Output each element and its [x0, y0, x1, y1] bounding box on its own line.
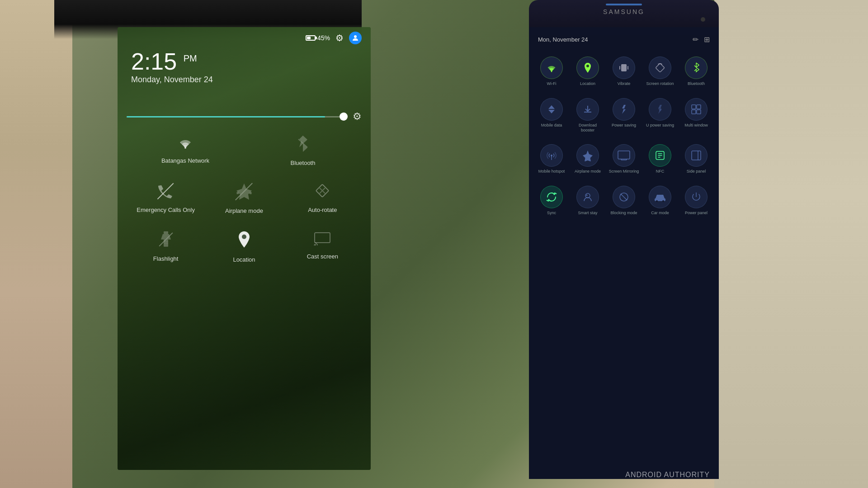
samsung-powersave-icon: [613, 98, 635, 121]
samsung-airplane-label: Airplane mode: [575, 169, 601, 174]
samsung-rotation-icon: [649, 56, 671, 79]
svg-rect-21: [692, 110, 696, 114]
brightness-row: ⚙: [127, 111, 362, 122]
samsung-location-tile[interactable]: Location: [571, 54, 604, 89]
samsung-bt-tile[interactable]: Bluetooth: [680, 54, 712, 89]
time-display: 2:15 PM Monday, November 24: [131, 50, 213, 84]
samsung-mirror-label: Screen Mirroring: [609, 169, 639, 174]
right-phone: SAMSUNG Mon, November 24 ✏ ⊞: [529, 0, 737, 488]
samsung-mobiledata-tile[interactable]: Mobile data: [535, 95, 568, 136]
samsung-power-tile[interactable]: Power panel: [680, 183, 712, 218]
svg-rect-4: [164, 231, 168, 234]
svg-point-29: [586, 195, 588, 196]
svg-rect-16: [627, 66, 628, 70]
samsung-top-bar: [606, 4, 642, 5]
samsung-hotspot-tile[interactable]: Mobile hotspot: [535, 141, 568, 177]
airplane-toggle[interactable]: Airplane mode: [208, 179, 280, 218]
account-icon[interactable]: [349, 32, 362, 44]
flashlight-toggle[interactable]: Flashlight: [130, 227, 202, 267]
samsung-hotspot-label: Mobile hotspot: [538, 169, 565, 174]
samsung-power-label: Power panel: [685, 211, 708, 216]
status-bar: 45% ⚙: [306, 32, 362, 44]
samsung-vibrate-tile[interactable]: Vibrate: [608, 54, 640, 89]
autorotate-icon: [314, 183, 330, 203]
brightness-track: [127, 116, 325, 117]
svg-rect-19: [692, 105, 696, 109]
samsung-multiwindow-tile[interactable]: Multi window: [680, 95, 712, 136]
bluetooth-label: Bluetooth: [291, 160, 316, 166]
samsung-multiwindow-label: Multi window: [684, 123, 708, 128]
samsung-bt-label: Bluetooth: [688, 81, 705, 86]
bluetooth-icon: [297, 135, 309, 156]
samsung-rotation-tile[interactable]: Screen rotation: [644, 54, 676, 89]
svg-rect-14: [621, 64, 627, 71]
svg-point-33: [656, 200, 658, 202]
samsung-grid-row2: Mobile data Download booster: [533, 94, 714, 137]
wifi-label: Batangas Network: [161, 157, 209, 164]
samsung-vibrate-label: Vibrate: [618, 81, 630, 86]
svg-line-31: [621, 194, 627, 200]
samsung-nfc-tile[interactable]: NFC: [644, 141, 676, 177]
samsung-logo: SAMSUNG: [603, 8, 645, 15]
mobile-data-toggle[interactable]: Emergency Calls Only: [130, 179, 202, 218]
samsung-car-tile[interactable]: Car mode: [644, 183, 676, 218]
samsung-download-tile[interactable]: Download booster: [571, 95, 604, 136]
toggle-row-2: Emergency Calls Only Airplane mode: [127, 179, 362, 218]
samsung-download-icon: [576, 98, 599, 121]
samsung-mirror-icon: [613, 144, 635, 167]
svg-point-9: [242, 235, 246, 239]
samsung-notification-panel: Mon, November 24 ✏ ⊞: [529, 27, 719, 479]
samsung-hotspot-icon: [540, 144, 563, 167]
samsung-sidepanel-label: Side panel: [687, 169, 706, 174]
brightness-slider[interactable]: [127, 116, 347, 117]
flashlight-label: Flashlight: [153, 255, 179, 262]
samsung-location-icon: [576, 56, 599, 79]
samsung-mobiledata-label: Mobile data: [541, 123, 562, 128]
samsung-sidepanel-tile[interactable]: Side panel: [680, 141, 712, 177]
samsung-rotation-label: Screen rotation: [646, 81, 674, 86]
samsung-grid-row4: Sync Smart stay: [533, 181, 714, 220]
samsung-smartstay-tile[interactable]: Smart stay: [571, 183, 604, 218]
cast-icon: [314, 230, 331, 249]
wifi-toggle[interactable]: Batangas Network: [149, 131, 222, 170]
cast-toggle[interactable]: Cast screen: [286, 227, 359, 267]
samsung-sidepanel-icon: [685, 144, 708, 167]
left-phone-screen: 45% ⚙ 2:15 PM Monday, November 24: [118, 27, 371, 470]
samsung-mirror-tile[interactable]: Screen Mirroring: [608, 141, 640, 177]
autorotate-toggle[interactable]: Auto-rotate: [286, 179, 359, 218]
samsung-blocking-icon: [613, 186, 635, 208]
samsung-sync-tile[interactable]: Sync: [535, 183, 568, 218]
left-phone: 45% ⚙ 2:15 PM Monday, November 24: [54, 0, 362, 488]
samsung-ultrasave-label: U power saving: [646, 123, 674, 128]
battery-icon: [306, 35, 316, 41]
samsung-download-label: Download booster: [572, 123, 603, 133]
samsung-ultrasave-tile[interactable]: U U power saving: [644, 95, 676, 136]
battery-fill: [307, 37, 311, 39]
settings-icon[interactable]: ⚙: [335, 33, 344, 43]
stone-wall-right: [714, 0, 868, 488]
samsung-powersave-tile[interactable]: Power saving: [608, 95, 640, 136]
svg-point-13: [586, 65, 589, 67]
samsung-wifi-tile[interactable]: Wi-Fi: [535, 54, 568, 89]
svg-point-1: [184, 147, 186, 149]
toggle-row-3: Flashlight Location: [127, 227, 362, 267]
bluetooth-toggle[interactable]: Bluetooth: [267, 131, 339, 170]
location-toggle[interactable]: Location: [208, 227, 280, 267]
samsung-wifi-icon: [540, 56, 563, 79]
samsung-airplane-tile[interactable]: Airplane mode: [571, 141, 604, 177]
samsung-blocking-label: Blocking mode: [610, 211, 637, 216]
samsung-phone-body: SAMSUNG Mon, November 24 ✏ ⊞: [529, 0, 719, 479]
pen-icon[interactable]: ✏: [693, 35, 698, 44]
cast-label: Cast screen: [307, 253, 338, 260]
samsung-smartstay-label: Smart stay: [578, 211, 597, 216]
time-period: PM: [184, 53, 197, 63]
brightness-icon[interactable]: ⚙: [353, 111, 362, 122]
samsung-bt-icon: [685, 56, 708, 79]
samsung-airplane-icon: [576, 144, 599, 167]
svg-rect-24: [618, 151, 630, 159]
wifi-icon: [176, 135, 194, 154]
time-main: 2:15 PM: [131, 50, 213, 73]
svg-rect-15: [619, 66, 620, 70]
grid-icon[interactable]: ⊞: [704, 35, 710, 44]
samsung-blocking-tile[interactable]: Blocking mode: [608, 183, 640, 218]
